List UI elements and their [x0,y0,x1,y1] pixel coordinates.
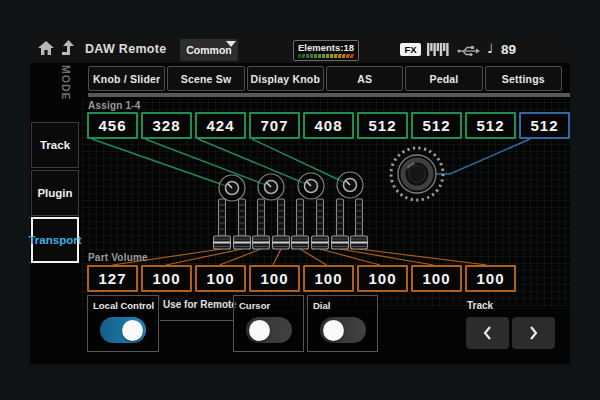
assign-value-3[interactable]: 424 [195,112,246,139]
tempo-value: 89 [501,42,516,57]
fx-badge: FX [400,43,421,56]
part-volume-8[interactable]: 100 [465,265,516,292]
sidebar-item-transport[interactable]: Transport [31,217,79,263]
assign-value-5[interactable]: 408 [303,112,354,139]
part-volume-label: Part Volume [88,252,148,263]
local-control-label: Local Control [93,300,158,311]
part-volume-row: 127 100 100 100 100 100 100 100 [87,265,516,292]
fx-badge-label: FX [404,44,416,55]
tab-pedal[interactable]: Pedal [405,66,482,91]
part-volume-6[interactable]: 100 [357,265,408,292]
mode-label: MODE [60,65,72,101]
top-bar: DAW Remote Common Elements:18 FX [30,36,570,63]
part-volume-7[interactable]: 100 [411,265,462,292]
dial-toggle[interactable] [320,317,366,343]
daw-remote-panel: DAW Remote Common Elements:18 FX [30,36,570,364]
tab-scene-sw[interactable]: Scene Sw [167,66,244,91]
cursor-label: Cursor [239,300,303,311]
common-dropdown-label: Common [186,44,232,56]
part-volume-4[interactable]: 100 [249,265,300,292]
chevron-right-icon [528,325,539,341]
cursor-group: Cursor [233,295,304,352]
screen: DAW Remote Common Elements:18 FX [0,0,600,400]
tab-display-knob[interactable]: Display Knob [247,66,324,91]
tab-underline-strip [88,93,570,97]
assign-value-2[interactable]: 328 [141,112,192,139]
track-prev-button[interactable] [466,317,509,349]
assign-value-6[interactable]: 512 [357,112,408,139]
part-volume-1[interactable]: 127 [87,265,138,292]
dial-group: Dial [307,295,378,352]
dial-label: Dial [313,300,377,311]
keyboard-icon [427,43,452,57]
use-for-remote-divider [160,320,233,321]
quarter-note-icon: ♩ [487,41,493,56]
cursor-toggle[interactable] [246,317,292,343]
assign-label: Assign 1-4 [88,100,141,111]
sidebar-item-plugin[interactable]: Plugin [31,170,79,216]
chevron-down-icon [226,41,236,47]
tab-settings[interactable]: Settings [485,66,562,91]
track-nav-label: Track [467,300,493,311]
return-up-icon[interactable] [61,40,76,56]
assign-row: 456 328 424 707 408 512 512 512 512 [87,112,570,139]
common-dropdown[interactable]: Common [180,39,238,61]
usb-icon [457,45,480,57]
toggle-knob [122,320,143,341]
part-volume-2[interactable]: 100 [141,265,192,292]
local-control-group: Local Control [87,295,159,352]
tab-knob-slider[interactable]: Knob / Slider [88,66,165,91]
assign-value-4[interactable]: 707 [249,112,300,139]
assign-value-9[interactable]: 512 [519,112,570,139]
elements-label: Elements:18 [294,42,358,53]
assign-value-8[interactable]: 512 [465,112,516,139]
use-for-remote-label: Use for Remote [163,299,237,310]
elements-meter[interactable]: Elements:18 [293,40,359,61]
page-title: DAW Remote [85,42,166,56]
toggle-knob [323,320,344,341]
part-volume-5[interactable]: 100 [303,265,354,292]
toggle-knob [249,320,270,341]
chevron-left-icon [482,325,493,341]
local-control-toggle[interactable] [100,317,146,343]
sidebar-item-track[interactable]: Track [31,122,79,168]
assign-value-1[interactable]: 456 [87,112,138,139]
part-volume-3[interactable]: 100 [195,265,246,292]
home-icon[interactable] [38,41,54,56]
elements-level-meter [298,54,354,58]
tab-bar: Knob / Slider Scene Sw Display Knob AS P… [88,66,562,91]
tab-as[interactable]: AS [326,66,403,91]
assign-value-7[interactable]: 512 [411,112,462,139]
track-next-button[interactable] [512,317,555,349]
